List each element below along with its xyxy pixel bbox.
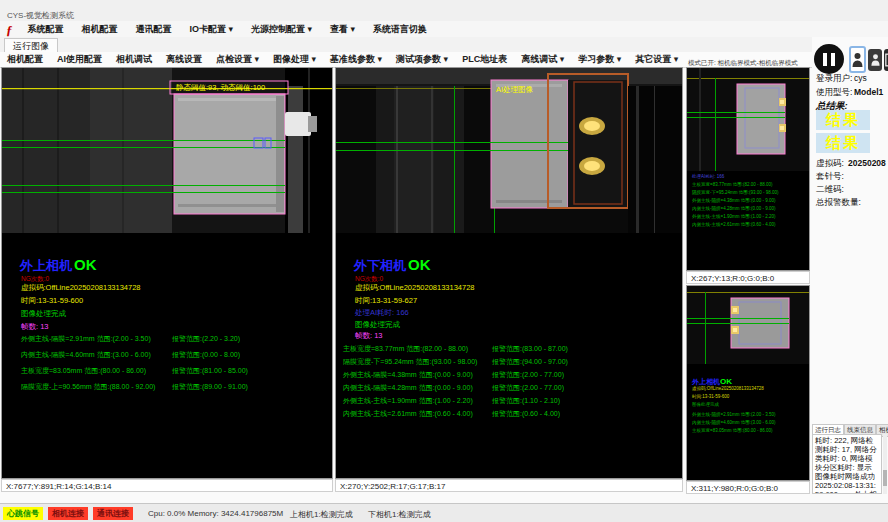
pause-button[interactable] xyxy=(814,44,844,74)
result-title-lower: 外下相机OK xyxy=(354,256,431,275)
alarm-range: 报警范围:(94.00 - 97.00) xyxy=(492,357,568,367)
ai-image-overlay: AI处理图像 xyxy=(496,85,533,95)
menu-system-config[interactable]: 系统配置 xyxy=(19,23,73,36)
alarm-range: 报警范围:(2.00 - 77.00) xyxy=(492,383,564,393)
mini-measure-line: 内侧主线-主线=2.61mm 范围:(0.60 - 4.00) xyxy=(692,222,775,227)
total-alarm-label: 总报警数量: xyxy=(816,197,861,209)
coords-readout-upper: X:7677;Y:891;R:14;G:14;B:14 xyxy=(1,479,333,492)
tool-learn-params[interactable]: 学习参数 ▾ xyxy=(571,53,628,66)
measurement-row: 内侧主线-隔膜=4.60mm 范围:(3.00 - 6.00) xyxy=(21,350,151,360)
barcode-line-upper: 虚拟码:OffLine20250208133134728 xyxy=(21,283,141,293)
status-line-lower: 图像处理完成 xyxy=(355,320,400,330)
mini-camera-name: 外上相机 xyxy=(692,378,720,385)
virtual-code-label: 虚拟码: xyxy=(816,158,844,170)
measurement-row: 内侧主线-主线=2.61mm 范围:(0.60 - 4.00) xyxy=(343,409,473,419)
title-bar: CYS-视觉检测系统 xyxy=(0,0,888,21)
measurement-row: 内侧主线-隔膜=4.28mm 范围:(0.00 - 9.00) xyxy=(343,383,473,393)
mini-time-line: 时间:13-31-59-600 xyxy=(692,394,729,399)
virtual-code-value: 20250208 xyxy=(848,158,886,168)
result-badge-1: 结果 xyxy=(816,110,870,130)
camera-view-lower[interactable]: AI处理图像 外下相机OK NG次数:0 虚拟码:OffLine20250208… xyxy=(335,67,683,479)
menu-camera-config[interactable]: 相机配置 xyxy=(73,23,127,36)
barcode-line-lower: 虚拟码:OffLine20250208133134728 xyxy=(355,283,475,293)
tool-test-params[interactable]: 测试项参数 ▾ xyxy=(389,53,455,66)
measurement-row: 外侧主线-隔膜=2.91mm 范围:(2.00 - 3.50) xyxy=(21,334,151,344)
mini-ai-time-line: 处理AI耗时: 166 xyxy=(692,174,724,179)
log-text: 耗时: 222, 网络检测耗时: 17, 网络分类耗时: 0, 网络模块分区耗时… xyxy=(812,434,882,494)
tool-plc-address[interactable]: PLC地址表 xyxy=(455,53,514,66)
coords-readout-small-top: X:267;Y:13;R:0;G:0;B:0 xyxy=(686,271,810,284)
mini-measure-line: 内侧主线-隔膜=4.28mm 范围:(0.00 - 9.00) xyxy=(692,206,775,211)
user-icon xyxy=(852,52,863,68)
menu-bar: ƒ 系统配置 相机配置 通讯配置 IO卡配置 ▾ 光源控制配置 ▾ 查看 ▾ 系… xyxy=(0,21,888,37)
log-scrollbar[interactable] xyxy=(883,434,887,494)
mini-status-line: 图像处理完成 xyxy=(692,402,719,407)
status-bar: 心跳信号 相机连接 通讯连接 Cpu: 0.0% Memory: 3424.41… xyxy=(0,503,888,522)
threshold-overlay: 静态阈值:93, 动态阈值:100 xyxy=(176,83,265,93)
alarm-range: 报警范围:(2.20 - 3.20) xyxy=(172,334,240,344)
tool-offline-debug[interactable]: 离线调试 ▾ xyxy=(514,53,571,66)
result-badge-2: 结果 xyxy=(816,133,870,153)
camera-view-small-top[interactable]: 处理AI耗时: 166 主板宽度=83.77mm 范围:(82.00 - 88.… xyxy=(686,67,810,271)
user-login-button[interactable] xyxy=(849,46,866,73)
frame-line-lower: 帧数: 13 xyxy=(355,331,383,341)
upper-camera-status: 上相机1:检测完成 xyxy=(290,509,353,520)
sidebar: 登录用户: cys 使用型号: Model1 总结果: 结果 结果 虚拟码: 2… xyxy=(812,37,888,497)
pause-icon xyxy=(823,53,827,66)
model-value: Model1 xyxy=(854,87,883,97)
camera-view-small-bottom[interactable]: 外上相机OK 虚拟码:OffLine20250208133134728 时间:1… xyxy=(686,285,810,481)
alarm-range: 报警范围:(89.00 - 91.00) xyxy=(172,382,248,392)
result-title-upper: 外上相机OK xyxy=(20,256,97,275)
login-user-label: 登录用户: xyxy=(816,73,852,85)
mini-measure-line: 主板宽度=83.77mm 范围:(82.00 - 88.00) xyxy=(692,182,772,187)
mini-measure-line: 隔膜宽度-下=95.24mm 范围:(93.00 - 98.00) xyxy=(692,190,778,195)
camera-image-small-top[interactable] xyxy=(687,68,809,171)
tool-spotcheck-setting[interactable]: 点检设置 ▾ xyxy=(209,53,266,66)
alarm-range: 报警范围:(1.10 - 2.10) xyxy=(492,396,560,406)
app-logo-icon: ƒ xyxy=(6,23,13,36)
tool-camera-config[interactable]: 相机配置 xyxy=(0,53,50,66)
coords-readout-small-bottom: X:311;Y:980;R:0;G:0;B:0 xyxy=(686,481,810,494)
alarm-range: 报警范围:(81.00 - 85.00) xyxy=(172,366,248,376)
tab-row: 运行图像 xyxy=(0,37,888,53)
ai-time-line-lower: 处理AI耗时: 166 xyxy=(355,308,409,318)
measurement-row: 主板宽度=83.05mm 范围:(80.00 - 86.00) xyxy=(21,366,146,376)
tool-other-setting[interactable]: 其它设置 ▾ xyxy=(628,53,685,66)
needle-number-label: 套针号: xyxy=(816,171,844,183)
log-scrollbar-thumb[interactable] xyxy=(883,470,887,486)
mini-result-ok: OK xyxy=(720,377,732,386)
tool-image-process[interactable]: 图像处理 ▾ xyxy=(266,53,323,66)
alarm-range: 报警范围:(83.00 - 87.00) xyxy=(492,344,568,354)
measurement-row: 隔膜宽度-上=90.56mm 范围:(88.00 - 92.00) xyxy=(21,382,155,392)
comm-link-badge: 通讯连接 xyxy=(93,507,133,520)
user-switch-button[interactable] xyxy=(868,49,882,71)
alarm-range: 报警范围:(2.00 - 77.00) xyxy=(492,370,564,380)
menu-comm-config[interactable]: 通讯配置 xyxy=(127,23,181,36)
window-title: CYS-视觉检测系统 xyxy=(7,10,74,21)
camera-image-upper[interactable] xyxy=(2,68,332,233)
time-line-upper: 时间:13-31-59-600 xyxy=(21,296,83,306)
camera-image-small-bottom[interactable] xyxy=(687,286,809,364)
camera-link-badge: 相机连接 xyxy=(48,507,88,520)
measurement-row: 外侧主线-主线=1.90mm 范围:(1.00 - 2.20) xyxy=(343,396,473,406)
result-ok-upper: OK xyxy=(74,256,97,273)
mini-barcode-line: 虚拟码:OffLine20250208133134728 xyxy=(692,386,764,391)
menu-io-config[interactable]: IO卡配置 ▾ xyxy=(181,23,243,36)
tool-offline-setting[interactable]: 离线设置 xyxy=(159,53,209,66)
mini-measure-line: 内侧主线-隔膜=4.60mm 范围:(3.00 - 6.00) xyxy=(692,420,775,425)
status-line-upper: 图像处理完成 xyxy=(21,309,66,319)
measurement-row: 主板宽度=83.77mm 范围:(82.00 - 88.00) xyxy=(343,344,468,354)
menu-view[interactable]: 查看 ▾ xyxy=(321,23,364,36)
alarm-range: 报警范围:(0.00 - 8.00) xyxy=(172,350,240,360)
tool-camera-debug[interactable]: 相机调试 xyxy=(109,53,159,66)
menu-language-switch[interactable]: 系统语言切换 xyxy=(364,23,436,36)
menu-light-config[interactable]: 光源控制配置 ▾ xyxy=(242,23,321,36)
login-user-value: cys xyxy=(854,73,867,83)
cpu-memory-status: Cpu: 0.0% Memory: 3424.41796875M xyxy=(148,509,283,518)
exit-button[interactable] xyxy=(884,49,888,71)
mini-measure-line: 主板宽度=83.05mm 范围:(80.00 - 86.00) xyxy=(692,428,772,433)
tool-ai-config[interactable]: AI使用配置 xyxy=(50,53,109,66)
tool-baseline-params[interactable]: 基准线参数 ▾ xyxy=(323,53,389,66)
camera-view-upper[interactable]: 静态阈值:93, 动态阈值:100 外上相机OK NG次数:0 虚拟码:OffL… xyxy=(1,67,333,479)
camera-name-upper: 外上相机 xyxy=(20,258,72,273)
